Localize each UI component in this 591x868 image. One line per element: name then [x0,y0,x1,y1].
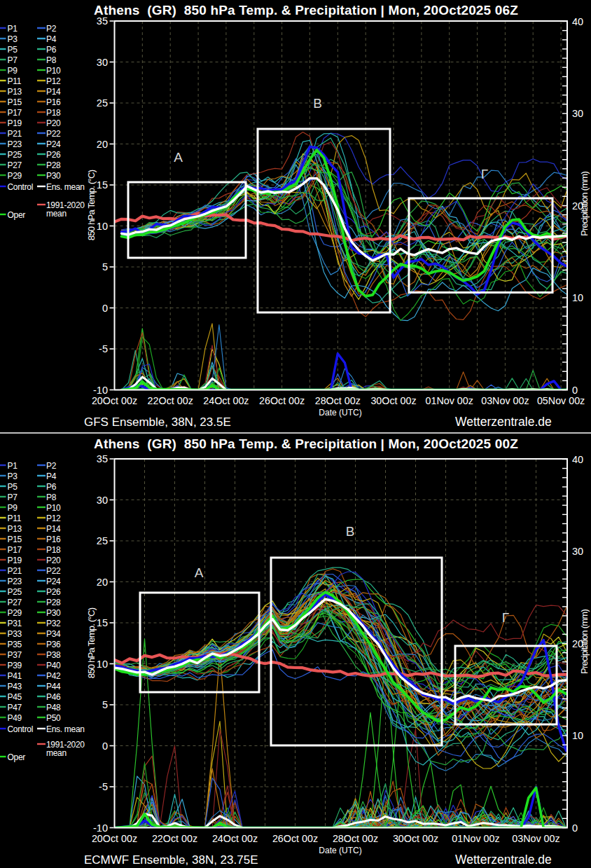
svg-text:P3: P3 [8,34,18,44]
svg-text:P44: P44 [46,682,61,691]
svg-text:P28: P28 [46,160,61,170]
svg-text:P25: P25 [8,150,22,160]
svg-text:P39: P39 [8,661,22,670]
svg-text:P36: P36 [46,640,61,649]
svg-text:P1: P1 [8,24,18,34]
svg-text:P46: P46 [46,692,61,702]
svg-text:-5: -5 [99,781,108,792]
svg-text:P33: P33 [8,629,22,639]
svg-text:Precipitation (mm): Precipitation (mm) [579,172,590,236]
svg-text:A: A [174,150,183,165]
svg-text:28Oct 00z: 28Oct 00z [315,395,361,406]
svg-text:P25: P25 [8,587,22,597]
svg-text:P21: P21 [8,129,22,139]
svg-text:20Oct 00z: 20Oct 00z [92,395,137,406]
svg-text:30Oct 00z: 30Oct 00z [370,395,416,406]
svg-text:P30: P30 [46,171,61,181]
svg-text:P18: P18 [46,108,61,118]
svg-text:P20: P20 [46,556,61,565]
svg-text:Date (UTC): Date (UTC) [319,846,361,855]
svg-text:GFS Ensemble, 38N, 23.5E: GFS Ensemble, 38N, 23.5E [84,415,231,429]
svg-text:850 hPa Temp. (°C): 850 hPa Temp. (°C) [86,607,97,678]
svg-text:P12: P12 [46,514,61,523]
svg-text:35: 35 [97,453,108,464]
svg-text:Wetterzentrale.de: Wetterzentrale.de [455,415,552,429]
svg-text:Γ: Γ [502,610,509,625]
svg-text:25: 25 [97,535,108,546]
svg-text:ECMWF Ensemble, 38N, 23.75E: ECMWF Ensemble, 38N, 23.75E [84,853,258,867]
svg-text:P5: P5 [8,45,18,55]
svg-text:P41: P41 [8,671,22,681]
svg-text:20: 20 [97,577,108,588]
svg-text:mean: mean [46,748,67,758]
svg-text:P23: P23 [8,577,22,586]
svg-text:P10: P10 [46,503,61,513]
svg-text:20Oct 00z: 20Oct 00z [92,833,137,844]
svg-text:P21: P21 [8,566,22,576]
svg-text:P23: P23 [8,139,22,149]
svg-text:P28: P28 [46,598,61,607]
svg-text:Control: Control [8,182,34,192]
svg-text:P35: P35 [8,640,22,649]
svg-text:P27: P27 [8,598,22,607]
svg-text:P18: P18 [46,545,61,555]
svg-text:Date (UTC): Date (UTC) [319,408,361,418]
svg-text:03Nov 00z: 03Nov 00z [481,395,529,406]
svg-text:10: 10 [572,292,583,303]
svg-text:15: 15 [97,617,108,628]
svg-text:P20: P20 [46,118,61,128]
svg-text:P22: P22 [46,129,61,139]
svg-text:P22: P22 [46,566,61,576]
svg-text:P49: P49 [8,713,22,723]
svg-text:P17: P17 [8,108,22,118]
svg-text:P24: P24 [46,139,61,149]
svg-text:P47: P47 [8,703,22,712]
svg-text:24Oct 00z: 24Oct 00z [212,833,258,844]
svg-text:20: 20 [97,139,108,150]
svg-text:P2: P2 [46,24,57,34]
svg-text:B: B [346,524,355,539]
svg-text:P34: P34 [46,629,61,639]
svg-text:P1: P1 [8,461,18,471]
svg-text:30: 30 [97,495,108,506]
svg-text:A: A [195,565,204,580]
svg-text:P4: P4 [46,471,57,481]
svg-text:03Nov 00z: 03Nov 00z [512,833,559,844]
svg-text:P30: P30 [46,608,61,618]
svg-text:22Oct 00z: 22Oct 00z [152,833,197,844]
svg-text:P29: P29 [8,171,22,181]
svg-text:P17: P17 [8,545,22,555]
svg-text:P8: P8 [46,492,57,502]
svg-text:P4: P4 [46,34,57,44]
svg-text:P3: P3 [8,471,18,481]
svg-text:15: 15 [97,179,108,191]
svg-text:P9: P9 [8,66,18,76]
svg-text:Precipitation (mm): Precipitation (mm) [579,609,590,674]
svg-text:P6: P6 [46,45,57,55]
svg-text:P26: P26 [46,150,61,160]
svg-text:P19: P19 [8,118,22,128]
svg-text:05Nov 00z: 05Nov 00z [537,395,585,406]
svg-text:B: B [313,96,322,111]
svg-text:P9: P9 [8,503,18,513]
svg-text:0: 0 [102,303,108,314]
svg-text:30: 30 [572,108,583,119]
svg-text:-5: -5 [99,343,108,354]
svg-text:Ens. mean: Ens. mean [46,182,85,192]
svg-text:P2: P2 [46,461,57,471]
svg-text:P50: P50 [46,713,61,723]
svg-text:P6: P6 [46,482,57,492]
svg-text:P14: P14 [46,524,61,534]
svg-text:26Oct 00z: 26Oct 00z [259,395,305,406]
svg-text:P48: P48 [46,703,61,712]
svg-text:P26: P26 [46,587,61,597]
svg-text:P12: P12 [46,76,61,86]
svg-text:0: 0 [572,385,578,396]
svg-text:P45: P45 [8,692,22,702]
svg-text:Γ: Γ [481,167,488,181]
svg-text:P24: P24 [46,577,61,586]
svg-text:Oper: Oper [8,752,26,762]
svg-text:01Nov 00z: 01Nov 00z [426,395,473,406]
svg-text:26Oct 00z: 26Oct 00z [272,833,318,844]
svg-text:5: 5 [102,699,108,710]
